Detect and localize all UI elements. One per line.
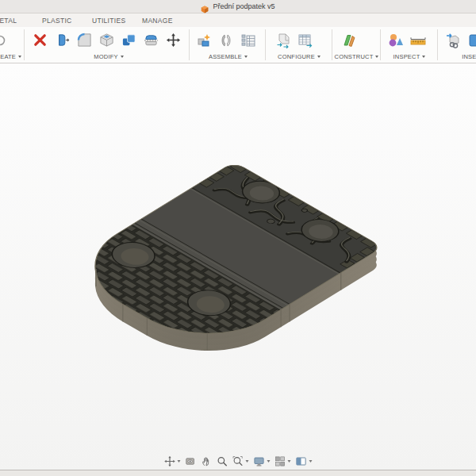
viewports-icon xyxy=(295,455,308,467)
look-at-icon xyxy=(185,455,197,467)
orbit-button[interactable] xyxy=(163,454,182,468)
grid-icon xyxy=(274,455,286,467)
zoom-button[interactable] xyxy=(216,454,229,468)
tab-manage[interactable]: MANAGE xyxy=(142,17,173,25)
viewports-button[interactable] xyxy=(294,454,313,468)
chevron-down-icon xyxy=(288,460,291,463)
chevron-down-icon xyxy=(309,460,313,463)
tab-utilities[interactable]: UTILITIES xyxy=(92,17,125,25)
chevron-down-icon xyxy=(18,56,21,58)
construct-plane-icon[interactable] xyxy=(338,30,360,50)
fillet-icon[interactable] xyxy=(73,30,95,50)
measure-primitives-icon[interactable] xyxy=(385,30,407,50)
toolbar-group-modify: MODIFY xyxy=(29,27,189,63)
toolbar-separator xyxy=(437,29,438,60)
chevron-down-icon xyxy=(375,56,378,58)
chevron-down-icon xyxy=(317,56,321,58)
construct-dropdown[interactable]: CONSTRUCT xyxy=(333,53,380,60)
toolbar-group-configure: CONFIGURE xyxy=(267,27,331,63)
toolbar-separator xyxy=(189,29,190,60)
create-partial-circle-icon[interactable] xyxy=(0,30,6,50)
look-at-button[interactable] xyxy=(184,454,198,468)
toolbar-separator xyxy=(332,29,332,60)
tab-metal[interactable]: METAL xyxy=(0,17,17,25)
grid-and-snaps-button[interactable] xyxy=(274,454,292,468)
press-pull-icon[interactable] xyxy=(51,30,73,50)
design-canvas[interactable] xyxy=(0,63,476,470)
main-toolbar: CREATE xyxy=(0,27,476,63)
zoom-icon xyxy=(217,455,228,467)
rigid-group-icon[interactable] xyxy=(237,30,259,50)
move-copy-icon[interactable] xyxy=(162,30,184,50)
configuration-table-icon[interactable] xyxy=(294,30,317,50)
insert-partial-icon[interactable] xyxy=(464,30,476,50)
toolbar-group-insert: INSERT xyxy=(439,27,476,63)
toolbar-group-construct: CONSTRUCT xyxy=(333,27,380,63)
chevron-down-icon xyxy=(267,460,271,463)
measure-ruler-icon[interactable] xyxy=(407,30,429,50)
configure-dropdown[interactable]: CONFIGURE xyxy=(267,53,331,60)
configure-design-icon[interactable] xyxy=(272,30,294,50)
fusion-window: Přední podpatek v5 METAL PLASTIC UTILITI… xyxy=(0,0,476,476)
toolbar-separator xyxy=(265,29,266,60)
chevron-down-icon xyxy=(422,56,425,58)
combine-icon[interactable] xyxy=(117,30,140,50)
assemble-dropdown[interactable]: ASSEMBLE xyxy=(191,53,265,60)
delete-icon[interactable] xyxy=(29,30,51,50)
inspect-dropdown[interactable]: INSPECT xyxy=(382,53,437,60)
toolbar-tabs: METAL PLASTIC UTILITIES MANAGE xyxy=(0,13,476,27)
toolbar-group-assemble: ASSEMBLE xyxy=(191,27,265,63)
chevron-down-icon xyxy=(178,460,181,463)
orbit-icon xyxy=(164,455,176,467)
view-navigation-bar xyxy=(163,454,313,468)
toolbar-separator xyxy=(24,29,25,60)
joint-icon[interactable] xyxy=(215,30,237,50)
fit-icon xyxy=(232,455,244,467)
titlebar: Přední podpatek v5 xyxy=(0,0,476,13)
derive-icon[interactable] xyxy=(442,30,464,50)
pan-hand-icon xyxy=(201,455,213,467)
insert-dropdown[interactable]: INSERT xyxy=(439,53,476,60)
split-body-icon[interactable] xyxy=(140,30,162,50)
modify-dropdown[interactable]: MODIFY xyxy=(29,53,189,60)
tab-plastic[interactable]: PLASTIC xyxy=(42,17,72,25)
toolbar-separator xyxy=(380,29,381,60)
new-component-icon[interactable] xyxy=(193,30,215,50)
pan-button[interactable] xyxy=(200,454,213,468)
status-strip xyxy=(0,470,476,476)
fit-button[interactable] xyxy=(232,454,250,468)
document-title: Přední podpatek v5 xyxy=(213,2,274,10)
chevron-down-icon xyxy=(244,56,248,58)
display-settings-button[interactable] xyxy=(252,454,271,468)
toolbar-group-inspect: INSPECT xyxy=(382,27,437,63)
display-settings-icon xyxy=(253,455,266,467)
fusion-document-icon xyxy=(201,2,209,10)
chevron-down-icon xyxy=(246,460,249,463)
shell-icon[interactable] xyxy=(95,30,117,50)
chevron-down-icon xyxy=(121,56,124,58)
